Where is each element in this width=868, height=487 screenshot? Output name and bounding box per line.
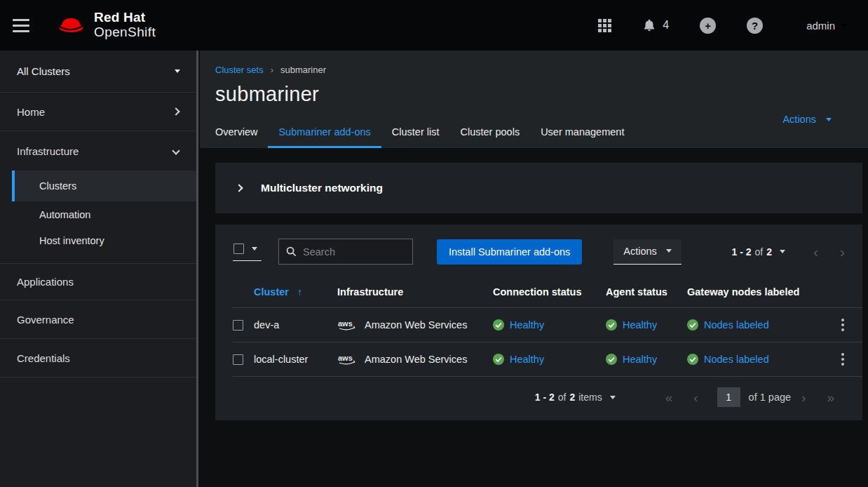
column-header-agent-status: Agent status (606, 286, 687, 298)
bulk-select-checkbox[interactable] (233, 244, 244, 254)
sidebar-item-host-inventory[interactable]: Host inventory (12, 227, 198, 253)
row-kebab-menu[interactable] (839, 350, 847, 368)
check-circle-icon (606, 319, 617, 331)
check-circle-icon (493, 319, 504, 331)
column-header-cluster[interactable]: Cluster ↑ (254, 286, 337, 298)
tab-user-management[interactable]: User management (530, 119, 635, 148)
agent-status-link[interactable]: Healthy (623, 319, 657, 331)
expand-chevron-right-icon[interactable] (235, 184, 243, 192)
install-submariner-button[interactable]: Install Submariner add-ons (437, 239, 582, 265)
caret-down-icon (610, 396, 616, 399)
sidebar-item-label: Home (17, 106, 45, 118)
sidebar-subitem-label: Host inventory (39, 235, 104, 246)
row-checkbox[interactable] (233, 354, 243, 365)
sidebar-item-automation[interactable]: Automation (12, 201, 198, 227)
sidebar-item-label: Infrastructure (17, 145, 79, 157)
pagination-items-word: items (578, 392, 602, 403)
caret-down-icon (826, 118, 832, 121)
agent-status-link[interactable]: Healthy (623, 354, 657, 365)
pagination-prev-button[interactable]: ‹ (813, 244, 818, 259)
row-checkbox[interactable] (233, 320, 243, 331)
perspective-switcher[interactable]: All Clusters (0, 51, 198, 93)
table-toolbar: Install Submariner add-ons Actions 1 - 2… (215, 225, 862, 276)
check-circle-icon (606, 354, 617, 365)
aws-icon: aws (337, 319, 358, 331)
sidebar-scrollbar[interactable] (196, 51, 198, 487)
gateway-status-cell: Nodes labeled (687, 354, 823, 365)
sidebar-item-applications[interactable]: Applications (0, 264, 198, 300)
multicluster-networking-card: Multicluster networking (215, 163, 862, 213)
pagination-of: of (558, 392, 567, 403)
pagination-prev-button[interactable]: ‹ (693, 391, 698, 404)
column-header-infrastructure: Infrastructure (337, 286, 493, 298)
sidebar-item-label: Applications (17, 276, 74, 288)
masthead: Red Hat OpenShift 4 + ? admin (0, 0, 868, 51)
sidebar-item-infrastructure[interactable]: Infrastructure (0, 131, 198, 171)
aws-icon: aws (337, 353, 358, 366)
gateway-status-link[interactable]: Nodes labeled (704, 319, 769, 331)
menu-toggle-icon[interactable] (13, 19, 29, 32)
pagination-range: 1 - 2 (535, 392, 555, 403)
pagination-total: 2 (766, 246, 772, 258)
pagination-next-button[interactable]: › (801, 391, 806, 404)
gateway-status-link[interactable]: Nodes labeled (704, 354, 769, 365)
help-button[interactable]: ? (747, 18, 763, 34)
sidebar-item-label: Governance (17, 314, 74, 326)
gateway-status-cell: Nodes labeled (687, 319, 823, 331)
pagination-top-menu[interactable]: 1 - 2 of 2 (732, 246, 786, 258)
caret-down-icon (666, 249, 672, 253)
cluster-name: local-cluster (254, 354, 337, 365)
sidebar-item-credentials[interactable]: Credentials (0, 339, 198, 378)
bulk-select-dropdown[interactable] (233, 242, 262, 261)
brand-line1: Red Hat (94, 11, 156, 25)
pagination-bottom-menu[interactable]: 1 - 2 of 2 items (535, 392, 616, 403)
search-box (278, 239, 413, 265)
sidebar-item-home[interactable]: Home (0, 93, 198, 131)
caret-down-icon (252, 247, 257, 251)
networking-card-title: Multicluster networking (261, 182, 383, 194)
redhat-fedora-icon (56, 14, 87, 36)
cluster-name: dev-a (254, 319, 337, 331)
user-menu[interactable]: admin (806, 20, 847, 32)
connection-status-link[interactable]: Healthy (510, 354, 544, 365)
notifications-button[interactable]: 4 (642, 18, 669, 32)
breadcrumb-current: submariner (280, 65, 326, 75)
pagination-next-button[interactable]: › (840, 244, 845, 259)
chevron-down-icon (172, 147, 179, 154)
content-area: Multicluster networking Install Submarin… (200, 148, 868, 487)
connection-status-cell: Healthy (493, 354, 606, 365)
caret-down-icon (780, 250, 785, 253)
toolbar-actions-dropdown[interactable]: Actions (613, 239, 681, 265)
pagination-bottom: 1 - 2 of 2 items « ‹ of 1 page › » (233, 376, 862, 420)
tab-overview[interactable]: Overview (205, 119, 268, 148)
page-number-input[interactable] (717, 387, 740, 407)
agent-status-cell: Healthy (606, 354, 687, 365)
check-circle-icon (493, 354, 504, 365)
tab-submariner-add-ons[interactable]: Submariner add-ons (268, 119, 381, 148)
pagination-range: 1 - 2 (732, 246, 752, 258)
create-button[interactable]: + (700, 18, 716, 34)
brand-logo[interactable]: Red Hat OpenShift (56, 11, 156, 40)
bell-icon (642, 18, 656, 32)
caret-down-icon (841, 24, 847, 27)
breadcrumb-link-cluster-sets[interactable]: Cluster sets (215, 65, 264, 75)
sidebar-item-governance[interactable]: Governance (0, 300, 198, 339)
row-kebab-menu[interactable] (839, 316, 847, 334)
infrastructure-label: Amazon Web Services (365, 354, 467, 365)
sidebar-item-clusters[interactable]: Clusters (12, 171, 198, 201)
sort-ascending-icon: ↑ (297, 286, 302, 298)
tab-cluster-list[interactable]: Cluster list (381, 119, 450, 148)
pagination-first-button[interactable]: « (665, 391, 673, 404)
tab-cluster-pools[interactable]: Cluster pools (450, 119, 531, 148)
pagination-last-button[interactable]: » (827, 391, 834, 404)
table-row: local-cluster aws Amazon Web Services He… (233, 342, 862, 376)
app-launcher-icon[interactable] (598, 19, 611, 32)
sidebar-subitem-label: Automation (39, 209, 90, 220)
add-ons-table-card: Install Submariner add-ons Actions 1 - 2… (215, 225, 862, 420)
breadcrumb-separator-icon: › (271, 65, 273, 75)
search-input[interactable] (303, 246, 434, 258)
sidebar: All Clusters Home Infrastructure Cluster… (0, 51, 198, 487)
caret-down-icon (175, 69, 180, 73)
page-actions-dropdown[interactable]: Actions (782, 114, 832, 125)
connection-status-link[interactable]: Healthy (510, 319, 544, 331)
